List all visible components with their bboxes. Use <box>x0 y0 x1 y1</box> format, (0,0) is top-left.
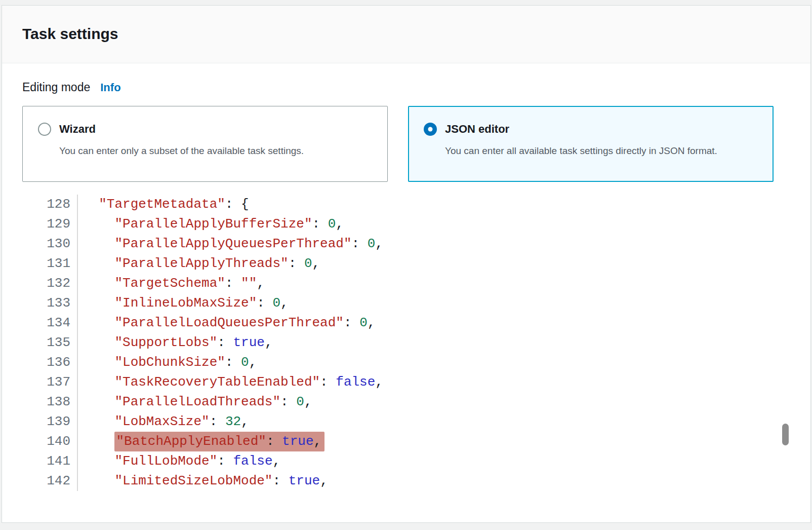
tile-wizard[interactable]: Wizard You can enter only a subset of th… <box>22 106 388 182</box>
code-line: "ParallelApplyQueuesPerThread": 0, <box>83 234 383 254</box>
panel-header: Task settings <box>2 6 810 63</box>
line-number: 129 <box>22 214 70 234</box>
code-line: "LobMaxSize": 32, <box>83 412 383 432</box>
line-number: 141 <box>22 451 70 471</box>
code-line: "LimitedSizeLobMode": true, <box>83 471 383 491</box>
line-number: 142 <box>22 471 70 491</box>
code-line: "ParallelApplyThreads": 0, <box>83 254 383 274</box>
editing-mode-tiles: Wizard You can enter only a subset of th… <box>22 106 774 182</box>
line-number: 133 <box>22 293 70 313</box>
line-number: 132 <box>22 274 70 293</box>
code-lines: "TargetMetadata": { "ParallelApplyBuffer… <box>78 195 383 491</box>
editing-mode-label: Editing mode <box>22 80 90 94</box>
line-number: 140 <box>22 432 70 451</box>
code-line: "SupportLobs": true, <box>83 333 383 353</box>
tile-json-editor-label: JSON editor <box>445 121 717 137</box>
tile-wizard-label: Wizard <box>59 121 304 137</box>
radio-unchecked-icon[interactable] <box>38 123 51 136</box>
tile-json-editor[interactable]: JSON editor You can enter all available … <box>408 106 774 182</box>
editing-mode-row: Editing mode Info <box>22 80 790 95</box>
code-line: "BatchApplyEnabled": true, <box>83 432 383 451</box>
line-number: 134 <box>22 313 70 333</box>
line-number: 136 <box>22 353 70 372</box>
code-line: "ParallelLoadQueuesPerThread": 0, <box>83 313 383 333</box>
info-link[interactable]: Info <box>100 81 120 95</box>
tile-json-editor-text: JSON editor You can enter all available … <box>445 121 717 160</box>
tile-wizard-text: Wizard You can enter only a subset of th… <box>59 121 304 160</box>
code-line: "TargetMetadata": { <box>83 195 383 214</box>
code-line: "TaskRecoveryTableEnabled": false, <box>83 372 383 392</box>
highlighted-code: "BatchApplyEnabled": true, <box>114 432 324 451</box>
code-line: "ParallelApplyBufferSize": 0, <box>83 214 383 234</box>
line-number: 138 <box>22 392 70 412</box>
code-line: "ParallelLoadThreads": 0, <box>83 392 383 412</box>
code-line: "FullLobMode": false, <box>83 451 383 471</box>
line-number: 130 <box>22 234 70 254</box>
code-line: "InlineLobMaxSize": 0, <box>83 293 383 313</box>
scrollbar-thumb[interactable] <box>782 424 789 445</box>
line-number: 131 <box>22 254 70 274</box>
code-line: "LobChunkSize": 0, <box>83 353 383 372</box>
line-number-gutter: 1281291301311321331341351361371381391401… <box>22 195 78 491</box>
tile-json-editor-description: You can enter all available task setting… <box>445 141 717 160</box>
page: Task settings Editing mode Info Wizard Y… <box>0 0 812 529</box>
tile-wizard-description: You can enter only a subset of the avail… <box>59 141 304 160</box>
radio-checked-icon[interactable] <box>424 123 437 136</box>
panel-body: Editing mode Info Wizard You can enter o… <box>2 63 810 505</box>
task-settings-panel: Task settings Editing mode Info Wizard Y… <box>2 5 811 523</box>
page-title: Task settings <box>22 24 790 44</box>
line-number: 128 <box>22 195 70 214</box>
line-number: 137 <box>22 372 70 392</box>
json-code-editor[interactable]: 1281291301311321331341351361371381391401… <box>22 195 790 505</box>
code-line: "TargetSchema": "", <box>83 274 383 293</box>
line-number: 139 <box>22 412 70 432</box>
line-number: 135 <box>22 333 70 353</box>
